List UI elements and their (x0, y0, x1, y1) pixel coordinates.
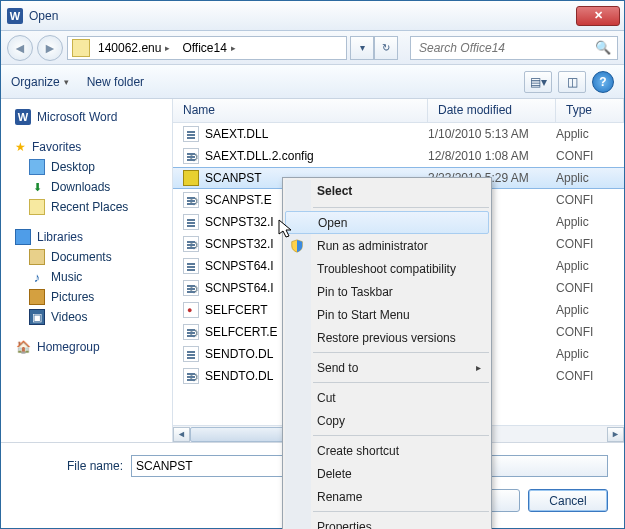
navbar: ◄ ► 140062.enu Office14 ▾ ↻ 🔍 (1, 31, 624, 65)
ctx-troubleshoot[interactable]: Troubleshoot compatibility (283, 257, 491, 280)
sidebar: WMicrosoft Word ★Favorites Desktop Downl… (1, 99, 173, 442)
filename-label: File name: (17, 459, 123, 473)
sidebar-favorites[interactable]: ★Favorites (11, 137, 172, 157)
sidebar-libraries[interactable]: Libraries (11, 227, 172, 247)
help-button[interactable]: ? (592, 71, 614, 93)
organize-menu[interactable]: Organize (11, 75, 69, 89)
file-icon (183, 214, 199, 230)
file-type: CONFI (556, 193, 624, 207)
file-type: Applic (556, 127, 624, 141)
file-row[interactable]: SAEXT.DLL1/10/2010 5:13 AMApplic (173, 123, 624, 145)
ctx-cut[interactable]: Cut (283, 386, 491, 409)
word-app-icon: W (7, 8, 23, 24)
ctx-pin-taskbar[interactable]: Pin to Taskbar (283, 280, 491, 303)
file-icon (183, 368, 199, 384)
file-filter-dropdown[interactable] (478, 455, 608, 477)
file-name: SELFCERT (205, 303, 267, 317)
forward-button[interactable]: ► (37, 35, 63, 61)
file-icon (183, 302, 199, 318)
file-type: CONFI (556, 369, 624, 383)
refresh-button[interactable]: ↻ (374, 36, 398, 60)
desktop-icon (29, 159, 45, 175)
filename-input[interactable] (131, 455, 287, 477)
documents-icon (29, 249, 45, 265)
word-icon: W (15, 109, 31, 125)
music-icon (29, 269, 45, 285)
ctx-pin-start[interactable]: Pin to Start Menu (283, 303, 491, 326)
file-name: SCNPST64.I (205, 259, 274, 273)
file-row[interactable]: SAEXT.DLL.2.config12/8/2010 1:08 AMCONFI (173, 145, 624, 167)
ctx-restore[interactable]: Restore previous versions (283, 326, 491, 349)
breadcrumb[interactable]: 140062.enu Office14 (67, 36, 347, 60)
homegroup-icon (15, 339, 31, 355)
search-box[interactable]: 🔍 (410, 36, 618, 60)
file-date: 1/10/2010 5:13 AM (428, 127, 556, 141)
sidebar-word[interactable]: WMicrosoft Word (11, 107, 172, 127)
sidebar-documents[interactable]: Documents (11, 247, 172, 267)
breadcrumb-seg-2[interactable]: Office14 (176, 37, 241, 59)
context-menu: Select Open Run as administrator Trouble… (282, 177, 492, 529)
file-icon (183, 148, 199, 164)
cancel-button[interactable]: Cancel (528, 489, 608, 512)
recent-icon (29, 199, 45, 215)
ctx-send-to[interactable]: Send to (283, 356, 491, 379)
file-type: CONFI (556, 149, 624, 163)
file-date: 12/8/2010 1:08 AM (428, 149, 556, 163)
sidebar-homegroup[interactable]: Homegroup (11, 337, 172, 357)
sidebar-downloads[interactable]: Downloads (11, 177, 172, 197)
sidebar-videos[interactable]: ▣Videos (11, 307, 172, 327)
scroll-left-button[interactable]: ◄ (173, 427, 190, 442)
file-name: SENDTO.DL (205, 347, 273, 361)
folder-icon (72, 39, 90, 57)
sidebar-recent[interactable]: Recent Places (11, 197, 172, 217)
file-name: SCANPST (205, 171, 262, 185)
col-name[interactable]: Name (173, 99, 428, 122)
file-name: SELFCERT.E (205, 325, 277, 339)
ctx-run-admin[interactable]: Run as administrator (283, 234, 491, 257)
sidebar-desktop[interactable]: Desktop (11, 157, 172, 177)
file-type: CONFI (556, 281, 624, 295)
view-menu[interactable]: ▤▾ (524, 71, 552, 93)
toolbar: Organize New folder ▤▾ ◫ ? (1, 65, 624, 99)
file-type: Applic (556, 259, 624, 273)
col-date[interactable]: Date modified (428, 99, 556, 122)
history-dropdown[interactable]: ▾ (350, 36, 374, 60)
file-icon (183, 346, 199, 362)
ctx-shortcut[interactable]: Create shortcut (283, 439, 491, 462)
file-icon (183, 236, 199, 252)
file-type: CONFI (556, 325, 624, 339)
search-input[interactable] (417, 40, 595, 56)
file-icon (183, 126, 199, 142)
sidebar-pictures[interactable]: Pictures (11, 287, 172, 307)
close-button[interactable]: ✕ (576, 6, 620, 26)
search-icon: 🔍 (595, 40, 611, 55)
file-icon (183, 258, 199, 274)
breadcrumb-seg-1[interactable]: 140062.enu (92, 37, 176, 59)
open-dialog: W Open ✕ ◄ ► 140062.enu Office14 ▾ ↻ 🔍 O… (0, 0, 625, 529)
ctx-open[interactable]: Open (285, 211, 489, 234)
file-type: Applic (556, 215, 624, 229)
ctx-delete[interactable]: Delete (283, 462, 491, 485)
titlebar: W Open ✕ (1, 1, 624, 31)
col-type[interactable]: Type (556, 99, 624, 122)
file-type: Applic (556, 303, 624, 317)
file-type: CONFI (556, 237, 624, 251)
file-name: SCNPST64.I (205, 281, 274, 295)
ctx-copy[interactable]: Copy (283, 409, 491, 432)
ctx-rename[interactable]: Rename (283, 485, 491, 508)
back-button[interactable]: ◄ (7, 35, 33, 61)
file-icon (183, 280, 199, 296)
sidebar-music[interactable]: Music (11, 267, 172, 287)
column-headers: Name Date modified Type (173, 99, 624, 123)
ctx-select[interactable]: Select (283, 178, 491, 204)
new-folder-button[interactable]: New folder (87, 75, 144, 89)
file-name: SENDTO.DL (205, 369, 273, 383)
ctx-properties[interactable]: Properties (283, 515, 491, 529)
pictures-icon (29, 289, 45, 305)
file-type: Applic (556, 171, 624, 185)
libraries-icon (15, 229, 31, 245)
preview-pane-button[interactable]: ◫ (558, 71, 586, 93)
scroll-right-button[interactable]: ► (607, 427, 624, 442)
videos-icon: ▣ (29, 309, 45, 325)
file-icon (183, 170, 199, 186)
